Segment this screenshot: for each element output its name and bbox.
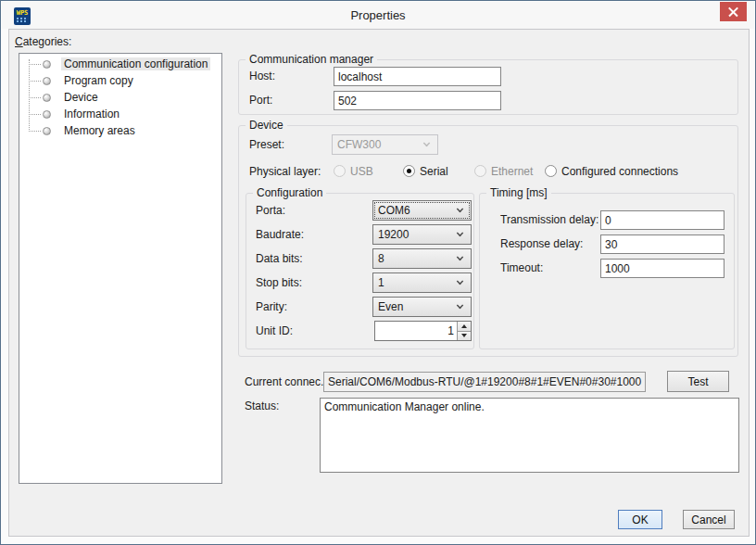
tree-node-icon	[43, 110, 51, 119]
tree-item-device[interactable]: Device	[19, 89, 221, 106]
status-textbox[interactable]: Communication Manager online.	[320, 398, 739, 473]
chevron-down-icon	[457, 230, 463, 236]
current-connection-field: Serial/COM6/Modbus-RTU/@1#19200#8#1#EVEN…	[323, 372, 646, 392]
radio-serial[interactable]	[403, 165, 415, 177]
radio-usb	[334, 165, 346, 177]
response-delay-input[interactable]: 30	[600, 234, 724, 254]
radio-ethernet	[474, 165, 486, 177]
ok-button[interactable]: OK	[618, 510, 662, 529]
chevron-down-icon	[457, 206, 463, 212]
response-delay-label: Response delay:	[500, 237, 583, 250]
physical-layer-label: Physical layer:	[249, 165, 321, 178]
communication-manager-group: Communication manager Host: localhost Po…	[238, 59, 738, 115]
chevron-down-icon	[457, 278, 463, 285]
arrow-up-icon	[461, 324, 467, 328]
arrow-down-icon	[461, 334, 467, 337]
tree-node-icon	[43, 127, 51, 135]
tree-item-label: Information	[61, 108, 122, 120]
configuration-group-title: Configuration	[253, 186, 326, 199]
chevron-down-icon	[457, 254, 463, 260]
baudrate-label: Baudrate:	[256, 228, 304, 241]
current-connection-label: Current connec...	[245, 375, 330, 388]
data-bits-label: Data bits:	[256, 252, 303, 265]
tree-item-label: Communication configuration	[61, 57, 210, 70]
unit-id-spinner[interactable]: 1	[374, 321, 472, 341]
timeout-input[interactable]: 1000	[600, 259, 724, 278]
radio-configured-connections[interactable]	[545, 165, 557, 177]
tree-item-information[interactable]: Information	[19, 106, 221, 122]
close-icon	[728, 6, 738, 17]
dialog-content: Categories: Communication configuration …	[8, 29, 750, 537]
test-button[interactable]: Test	[667, 371, 729, 392]
transmission-delay-input[interactable]: 0	[600, 210, 724, 230]
wps-app-icon: WPS	[14, 7, 31, 25]
preset-label: Preset:	[249, 138, 284, 151]
radio-ethernet-label: Ethernet	[491, 165, 533, 178]
timeout-label: Timeout:	[500, 261, 543, 274]
porta-combobox[interactable]: COM6	[372, 200, 472, 221]
communication-manager-group-title: Communication manager	[246, 53, 377, 66]
tree-node-icon	[43, 94, 51, 102]
spinner-down-button[interactable]	[458, 332, 471, 341]
categories-label: Categories:	[15, 35, 71, 48]
tree-item-label: Memory areas	[61, 124, 138, 137]
port-label: Port:	[249, 94, 272, 107]
cancel-button[interactable]: Cancel	[683, 510, 735, 529]
tree-item-memory-areas[interactable]: Memory areas	[19, 122, 221, 139]
host-label: Host:	[249, 70, 275, 82]
chevron-down-icon	[423, 140, 430, 146]
tree-node-icon	[43, 60, 51, 69]
transmission-delay-label: Transmission delay:	[500, 213, 598, 226]
baudrate-combobox[interactable]: 19200	[372, 224, 472, 245]
timing-group: Timing [ms] Transmission delay: 0 Respon…	[479, 193, 735, 349]
parity-combobox[interactable]: Even	[372, 297, 472, 317]
timing-group-title: Timing [ms]	[486, 186, 551, 199]
chevron-down-icon	[457, 302, 463, 309]
tree-item-program-copy[interactable]: Program copy	[19, 72, 221, 89]
preset-combobox: CFW300	[332, 134, 438, 155]
configuration-group: Configuration Porta: COM6 Baudrate: 1920…	[246, 193, 474, 349]
stop-bits-combobox[interactable]: 1	[372, 272, 472, 293]
device-group-title: Device	[246, 119, 287, 132]
host-input[interactable]: localhost	[334, 67, 501, 86]
status-label: Status:	[245, 399, 279, 412]
porta-label: Porta:	[256, 204, 285, 217]
parity-label: Parity:	[256, 300, 287, 313]
wps-icon-text: WPS	[17, 10, 29, 17]
window-title: Properties	[350, 8, 405, 22]
port-input[interactable]: 502	[334, 91, 501, 110]
radio-usb-label: USB	[350, 165, 373, 178]
unit-id-label: Unit ID:	[256, 324, 293, 337]
tree-node-icon	[43, 77, 51, 85]
categories-tree: Communication configuration Program copy…	[19, 53, 222, 484]
stop-bits-label: Stop bits:	[256, 276, 302, 289]
radio-configured-connections-label: Configured connections	[561, 165, 678, 178]
tree-item-label: Device	[61, 91, 101, 104]
title-bar: WPS Properties	[2, 2, 754, 29]
tree-item-communication-configuration[interactable]: Communication configuration	[19, 56, 221, 72]
properties-dialog: WPS Properties Categories: Communication…	[0, 0, 756, 545]
tree-item-label: Program copy	[61, 74, 136, 87]
close-button[interactable]	[720, 2, 747, 21]
device-group: Device Preset: CFW300 Physical layer: US…	[238, 125, 738, 357]
radio-serial-label: Serial	[420, 165, 448, 178]
data-bits-combobox[interactable]: 8	[372, 248, 472, 269]
spinner-up-button[interactable]	[458, 322, 471, 332]
